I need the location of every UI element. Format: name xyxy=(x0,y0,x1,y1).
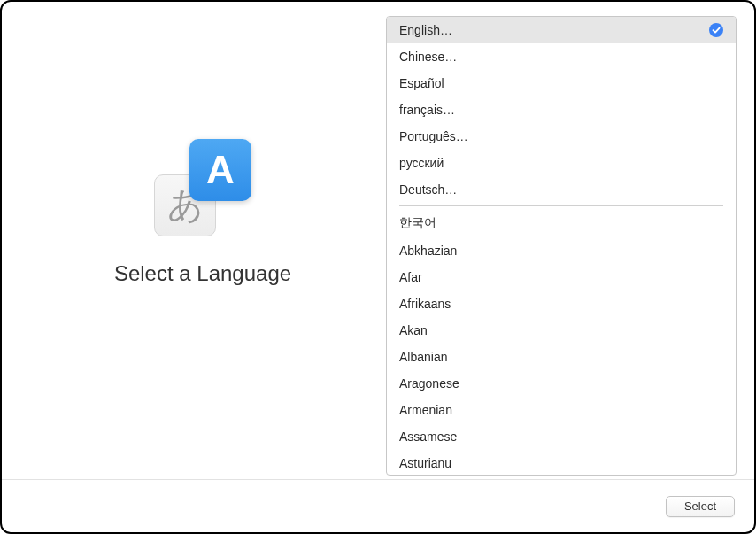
svg-point-0 xyxy=(709,23,723,37)
language-option[interactable]: English… xyxy=(387,17,736,43)
language-label: Afrikaans xyxy=(399,297,451,311)
left-pane: あ A Select a Language xyxy=(19,16,386,479)
language-option[interactable]: Asturianu xyxy=(387,450,736,475)
language-option[interactable]: Português… xyxy=(387,123,736,150)
language-label: English… xyxy=(399,23,452,37)
language-icon: あ A xyxy=(154,139,251,236)
language-option[interactable]: Assamese xyxy=(387,423,736,450)
language-option[interactable]: Español xyxy=(387,70,736,97)
language-label: Assamese xyxy=(399,430,457,444)
language-option[interactable]: Albanian xyxy=(387,344,736,370)
check-icon xyxy=(709,23,723,37)
language-label: Aragonese xyxy=(399,376,459,391)
language-label: Português… xyxy=(399,129,468,143)
language-label: Afar xyxy=(399,270,422,284)
language-option[interactable]: Akan xyxy=(387,317,736,344)
language-option[interactable]: Deutsch… xyxy=(387,176,736,203)
language-option[interactable]: Chinese… xyxy=(387,43,736,70)
language-option[interactable]: Afrikaans xyxy=(387,290,736,317)
content-area: あ A Select a Language English…Chinese…Es… xyxy=(2,2,754,479)
language-option[interactable]: 한국어 xyxy=(387,209,736,237)
language-list-container: English…Chinese…Españolfrançais…Portuguê… xyxy=(386,16,737,476)
language-label: Akan xyxy=(399,323,428,337)
language-label: Asturianu xyxy=(399,456,451,470)
language-label: Chinese… xyxy=(399,50,457,64)
language-label: русский xyxy=(399,156,444,170)
language-option[interactable]: русский xyxy=(387,150,736,176)
language-label: Abkhazian xyxy=(399,244,457,258)
list-divider xyxy=(399,205,723,206)
language-label: Deutsch… xyxy=(399,182,457,197)
language-label: Albanian xyxy=(399,350,448,364)
language-option[interactable]: Armenian xyxy=(387,397,736,423)
language-option[interactable]: français… xyxy=(387,97,736,123)
latin-a-tile-icon: A xyxy=(189,139,251,201)
language-option[interactable]: Abkhazian xyxy=(387,237,736,264)
footer-bar: Select xyxy=(2,479,754,532)
page-title: Select a Language xyxy=(114,261,291,286)
language-option[interactable]: Afar xyxy=(387,264,736,290)
select-button[interactable]: Select xyxy=(666,496,735,517)
language-label: 한국어 xyxy=(399,215,436,231)
language-label: Armenian xyxy=(399,403,452,417)
language-label: français… xyxy=(399,103,455,117)
language-option[interactable]: Aragonese xyxy=(387,370,736,397)
language-list[interactable]: English…Chinese…Españolfrançais…Portuguê… xyxy=(387,17,736,475)
language-label: Español xyxy=(399,76,444,90)
language-select-window: あ A Select a Language English…Chinese…Es… xyxy=(0,0,756,534)
